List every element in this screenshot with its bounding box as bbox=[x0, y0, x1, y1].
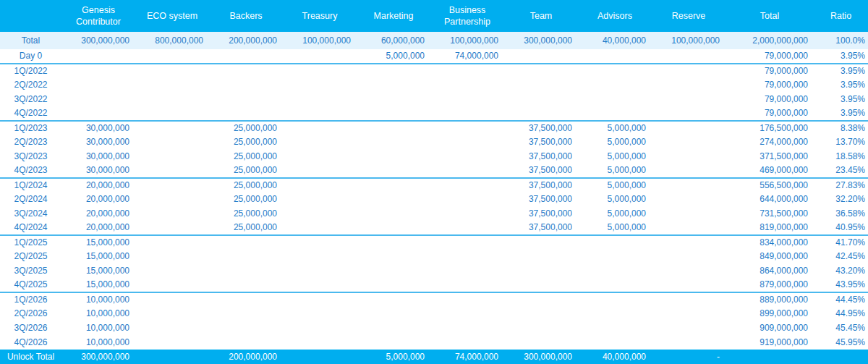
column-header-business-partnership: Business Partnership bbox=[430, 0, 504, 32]
table-row-3q-2024: 3Q/202420,000,00025,000,00037,500,0005,0… bbox=[0, 206, 868, 221]
cell-reserve bbox=[652, 121, 726, 135]
cell-reserve bbox=[652, 164, 726, 178]
cell-eco-system bbox=[135, 350, 209, 364]
cell-eco-system: 800,000,000 bbox=[135, 32, 209, 49]
cell-business-partnership bbox=[430, 235, 504, 250]
column-header-marketing: Marketing bbox=[357, 0, 430, 32]
cell-ratio: 3.95% bbox=[814, 92, 868, 106]
cell-marketing bbox=[357, 92, 430, 106]
cell-treasury bbox=[283, 64, 357, 78]
cell-total: 909,000,000 bbox=[726, 321, 814, 335]
cell-reserve bbox=[652, 78, 726, 93]
cell-eco-system bbox=[135, 178, 209, 192]
cell-marketing bbox=[357, 78, 430, 93]
cell-team: 37,500,000 bbox=[504, 221, 578, 235]
cell-business-partnership bbox=[430, 106, 504, 121]
cell-advisors: 5,000,000 bbox=[578, 121, 652, 135]
cell-genesis-contributor: 20,000,000 bbox=[61, 178, 135, 192]
column-header-reserve: Reserve bbox=[652, 0, 726, 32]
cell-reserve: 100,000,000 bbox=[652, 32, 726, 49]
cell-ratio: 45.45% bbox=[814, 321, 868, 335]
table-row-2q-2024: 2Q/202420,000,00025,000,00037,500,0005,0… bbox=[0, 192, 868, 207]
cell-ratio bbox=[814, 350, 868, 364]
cell-backers bbox=[209, 235, 283, 250]
cell-business-partnership bbox=[430, 221, 504, 235]
table-row-4q-2026: 4Q/202610,000,000919,000,00045.95% bbox=[0, 335, 868, 350]
table-body: Total300,000,000800,000,000200,000,00010… bbox=[0, 32, 868, 364]
cell-total: 879,000,000 bbox=[726, 278, 814, 292]
cell-ratio: 43.20% bbox=[814, 263, 868, 278]
cell-eco-system bbox=[135, 78, 209, 93]
cell-total: 371,500,000 bbox=[726, 149, 814, 164]
cell-team bbox=[504, 92, 578, 106]
cell-treasury bbox=[283, 307, 357, 321]
cell-reserve bbox=[652, 92, 726, 106]
cell-ratio: 3.95% bbox=[814, 64, 868, 78]
cell-reserve bbox=[652, 321, 726, 335]
cell-marketing bbox=[357, 235, 430, 250]
cell-total: 919,000,000 bbox=[726, 335, 814, 350]
cell-backers bbox=[209, 321, 283, 335]
cell-reserve bbox=[652, 192, 726, 207]
cell-advisors bbox=[578, 292, 652, 307]
table-row-day-0: Day 05,000,00074,000,00079,000,0003.95% bbox=[0, 49, 868, 64]
cell-marketing bbox=[357, 278, 430, 292]
cell-genesis-contributor: 10,000,000 bbox=[61, 335, 135, 350]
cell-business-partnership bbox=[430, 164, 504, 178]
cell-total: 644,000,000 bbox=[726, 192, 814, 207]
row-label: 4Q/2022 bbox=[0, 106, 61, 121]
cell-treasury bbox=[283, 350, 357, 364]
cell-eco-system bbox=[135, 307, 209, 321]
table-row-4q-2025: 4Q/202515,000,000879,000,00043.95% bbox=[0, 278, 868, 292]
cell-advisors: 40,000,000 bbox=[578, 32, 652, 49]
row-label: 1Q/2026 bbox=[0, 292, 61, 307]
cell-genesis-contributor: 10,000,000 bbox=[61, 292, 135, 307]
cell-marketing bbox=[357, 307, 430, 321]
cell-total: 834,000,000 bbox=[726, 235, 814, 250]
cell-ratio: 3.95% bbox=[814, 78, 868, 93]
cell-advisors bbox=[578, 78, 652, 93]
cell-backers: 25,000,000 bbox=[209, 164, 283, 178]
cell-genesis-contributor: 300,000,000 bbox=[61, 350, 135, 364]
cell-genesis-contributor: 300,000,000 bbox=[61, 32, 135, 49]
cell-business-partnership: 74,000,000 bbox=[430, 49, 504, 64]
cell-backers bbox=[209, 92, 283, 106]
cell-eco-system bbox=[135, 49, 209, 64]
row-label: Unlock Total bbox=[0, 350, 61, 364]
cell-advisors bbox=[578, 106, 652, 121]
cell-team bbox=[504, 263, 578, 278]
cell-marketing bbox=[357, 106, 430, 121]
cell-advisors bbox=[578, 335, 652, 350]
cell-treasury bbox=[283, 221, 357, 235]
cell-treasury bbox=[283, 106, 357, 121]
cell-reserve bbox=[652, 278, 726, 292]
cell-marketing bbox=[357, 335, 430, 350]
cell-reserve bbox=[652, 263, 726, 278]
cell-treasury bbox=[283, 178, 357, 192]
row-label: 4Q/2024 bbox=[0, 221, 61, 235]
column-header-backers: Backers bbox=[209, 0, 283, 32]
cell-ratio: 32.20% bbox=[814, 192, 868, 207]
cell-genesis-contributor: 30,000,000 bbox=[61, 164, 135, 178]
cell-reserve bbox=[652, 235, 726, 250]
cell-treasury bbox=[283, 149, 357, 164]
cell-treasury bbox=[283, 164, 357, 178]
cell-ratio: 23.45% bbox=[814, 164, 868, 178]
cell-eco-system bbox=[135, 321, 209, 335]
row-label: Day 0 bbox=[0, 49, 61, 64]
row-label: 4Q/2026 bbox=[0, 335, 61, 350]
table-header: Genesis ContributorECO systemBackersTrea… bbox=[0, 0, 868, 32]
table-row-total: Total300,000,000800,000,000200,000,00010… bbox=[0, 32, 868, 49]
cell-marketing bbox=[357, 149, 430, 164]
cell-total: 79,000,000 bbox=[726, 64, 814, 78]
cell-eco-system bbox=[135, 278, 209, 292]
cell-business-partnership bbox=[430, 149, 504, 164]
cell-genesis-contributor: 30,000,000 bbox=[61, 121, 135, 135]
cell-advisors bbox=[578, 49, 652, 64]
cell-backers: 25,000,000 bbox=[209, 206, 283, 221]
cell-backers bbox=[209, 49, 283, 64]
column-header-row-label bbox=[0, 0, 61, 32]
cell-backers: 25,000,000 bbox=[209, 178, 283, 192]
cell-ratio: 40.95% bbox=[814, 221, 868, 235]
cell-treasury bbox=[283, 206, 357, 221]
